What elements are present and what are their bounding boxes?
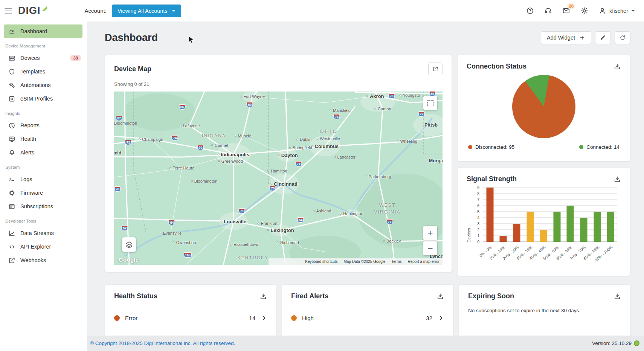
map-label-lafayette: Lafayette <box>179 124 200 128</box>
sidebar-item-label: Data Streams <box>20 230 54 236</box>
sidebar-item-label: Logs <box>20 176 32 182</box>
google-logo[interactable]: Google <box>119 256 139 263</box>
download-icon[interactable] <box>613 176 621 183</box>
sidebar-item-logs[interactable]: Logs <box>0 172 87 186</box>
google-map[interactable]: Fort WayneAkronYoungstoCantonMansfieldBl… <box>114 92 443 265</box>
download-icon[interactable] <box>613 293 621 300</box>
interstate-shield-65: 65 <box>179 104 185 110</box>
status-label: High <box>302 315 314 321</box>
status-row-error[interactable]: Error14 <box>114 315 267 321</box>
download-icon[interactable] <box>259 293 267 300</box>
map-label-champaign: Champaign <box>139 137 163 142</box>
add-widget-button[interactable]: Add Widget <box>541 31 591 44</box>
map-label-springfield: Springfield <box>289 145 312 150</box>
sidebar-item-alerts[interactable]: Alerts <box>0 146 87 159</box>
copyright-link[interactable]: © Copyright 2018-2025 Digi International… <box>90 340 235 346</box>
signal-strength-title: Signal Strength <box>467 175 517 183</box>
map-label-frankfort: Frankfort <box>258 221 278 226</box>
map-label-louisville: Louisville <box>220 218 246 224</box>
map-attribution-item[interactable]: Keyboard shortcuts <box>305 259 337 264</box>
map-label-west-virginia: WESTVIRGINIA <box>374 201 401 215</box>
status-row-high[interactable]: High32 <box>291 315 444 321</box>
refresh-dashboard-button[interactable] <box>615 31 630 44</box>
city-marker <box>235 135 237 137</box>
account-selector[interactable]: Viewing All Accounts <box>112 5 181 17</box>
sidebar-item-automations[interactable]: Automations <box>0 78 87 92</box>
city-marker <box>267 170 269 172</box>
draw-region-button[interactable] <box>423 96 437 110</box>
download-icon[interactable] <box>436 293 444 300</box>
sidebar-item-webhooks[interactable]: Webhooks <box>0 253 87 267</box>
pencil-icon <box>600 35 606 41</box>
map-label-elizabethtown: Elizabethtown <box>230 242 259 247</box>
interstate-shield-165: 165 <box>184 252 191 258</box>
logo-flag-icon <box>41 5 48 12</box>
sidebar-item-devices[interactable]: Devices38 <box>0 51 87 65</box>
city-marker <box>258 223 259 224</box>
sidebar-item-label: API Explorer <box>20 244 51 250</box>
health-status-title: Health Status <box>114 292 157 300</box>
interstate-shield-57: 57 <box>121 226 128 231</box>
sidebar-item-api-explorer[interactable]: API Explorer <box>0 240 87 253</box>
map-attribution-item: Map Data ©2025 Google <box>344 259 386 264</box>
page-title: Dashboard <box>105 32 158 44</box>
support-icon[interactable] <box>544 7 552 15</box>
legend-item-connected-14: Connected: 14 <box>579 144 620 150</box>
interstate-shield-57: 57 <box>116 116 122 121</box>
y-tick: 3 <box>470 221 479 226</box>
city-marker <box>220 220 222 222</box>
map-label-owensboro: Owensboro <box>173 240 197 245</box>
map-label-richmond: Richmond <box>277 240 299 245</box>
help-icon[interactable] <box>526 7 534 15</box>
map-label-terre-haute: Terre Haute <box>169 166 194 170</box>
map-attribution-item[interactable]: Report a map error <box>408 259 440 264</box>
account-area: Account: Viewing All Accounts <box>85 5 181 17</box>
edit-dashboard-button[interactable] <box>595 31 611 44</box>
username: kfischer <box>609 8 628 14</box>
sidebar-item-esim-profiles[interactable]: eSIM Profiles <box>0 92 87 105</box>
map-label-ashland: Ashland <box>313 209 331 213</box>
logo-text: DIGI <box>18 5 41 17</box>
city-marker <box>330 109 331 111</box>
legend-dot <box>468 145 472 149</box>
zoom-in-button[interactable]: + <box>423 226 437 240</box>
menu-icon[interactable] <box>5 7 12 15</box>
sidebar-item-templates[interactable]: Templates <box>0 65 87 78</box>
sidebar-item-subscriptions[interactable]: Subscriptions <box>0 200 87 213</box>
messages-icon[interactable]: 28 <box>562 7 570 15</box>
interstate-shield-74: 74 <box>172 135 178 140</box>
zoom-out-button[interactable]: − <box>423 241 437 255</box>
connection-status-title: Connection Status <box>467 63 526 70</box>
connection-pie[interactable] <box>512 75 575 138</box>
y-tick: 5 <box>470 209 479 214</box>
user-menu[interactable]: kfischer <box>598 7 635 15</box>
sidebar-item-data-streams[interactable]: Data Streams <box>0 226 87 240</box>
interstate-shield-69: 69 <box>247 102 253 107</box>
map-layers-button[interactable] <box>122 237 136 252</box>
sidebar-item-reports[interactable]: Reports <box>0 119 87 132</box>
chevron-right-icon[interactable] <box>438 315 444 321</box>
download-icon[interactable] <box>613 63 621 70</box>
chart-icon <box>8 230 15 237</box>
sidebar-item-health[interactable]: Health <box>0 132 87 146</box>
open-map-button[interactable] <box>428 63 443 75</box>
map-label-evansville: Evansville <box>160 231 182 235</box>
settings-gear-icon[interactable] <box>580 7 588 15</box>
map-attribution-item[interactable]: Terms <box>391 259 401 264</box>
sidebar-item-label: Automations <box>20 82 51 88</box>
sidebar-section-device-management: Device Management <box>0 38 87 51</box>
sidebar-item-dashboard[interactable]: Dashboard <box>4 24 82 38</box>
signal-strength-card: Signal Strength Devices 01234567890% - 9… <box>457 167 630 276</box>
bar-10-19 <box>500 236 507 242</box>
sidebar-item-firmware[interactable]: Firmware <box>0 186 87 200</box>
city-marker <box>173 241 175 243</box>
dashed-square-icon <box>427 100 433 106</box>
map-label-morga: Morga <box>429 158 443 163</box>
chevron-right-icon[interactable] <box>261 315 267 321</box>
caret-down-icon <box>631 10 635 12</box>
y-tick: 9 <box>470 185 479 190</box>
city-marker <box>400 95 401 96</box>
code-icon <box>8 243 15 250</box>
legend-item-disconnected-95: Disconnected: 95 <box>468 144 514 150</box>
external-icon <box>8 257 15 264</box>
